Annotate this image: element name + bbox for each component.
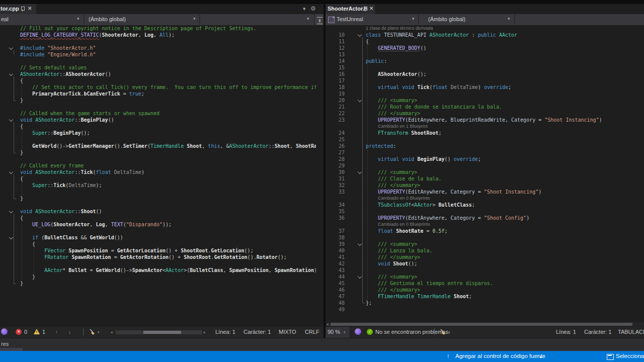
next-issue-icon[interactable]: ↓	[68, 329, 71, 335]
fold-gutter[interactable]	[0, 117, 20, 123]
code-cleanup-icon[interactable]	[89, 328, 96, 335]
tab-bar-right: ShooterActor.h ✕	[326, 4, 644, 14]
scroll-left-icon[interactable]: ◂	[111, 330, 113, 334]
chevron-down-icon[interactable]: ▾	[77, 16, 79, 21]
zoom-control[interactable]: 90 % ▾	[326, 327, 350, 338]
fold-collapse-icon[interactable]	[9, 46, 13, 50]
fold-gutter[interactable]	[0, 45, 20, 51]
error-icon[interactable]: ✕	[16, 329, 22, 335]
line-number: 49	[326, 306, 345, 313]
divider	[514, 15, 515, 25]
fold-collapse-icon[interactable]	[358, 33, 362, 37]
tab-bar-left: tor.cpp ✕ ▾ ⚙	[0, 4, 324, 14]
line-number: 31	[326, 175, 345, 182]
errors-panel-tab[interactable]: res	[1, 341, 9, 347]
fold-gutter	[0, 58, 20, 64]
scope-dropdown[interactable]: (Ámbito global)	[89, 16, 126, 22]
fold-gutter	[0, 260, 20, 267]
fold-collapse-icon[interactable]	[9, 72, 13, 76]
fold-collapse-icon[interactable]	[358, 170, 362, 174]
fold-collapse-icon[interactable]	[358, 242, 362, 246]
line-number: 30	[326, 169, 345, 175]
code-editor-cpp[interactable]: // Fill out your copyright notice in the…	[0, 25, 316, 327]
code-text: FTimerHandle TimerHandle Shoot;	[366, 293, 472, 300]
project-dropdown[interactable]: eal	[1, 16, 9, 22]
prev-issue-icon[interactable]: ↑	[55, 329, 58, 335]
code-text: void AShooterActor::Shoot()	[20, 208, 102, 215]
fold-collapse-icon[interactable]	[358, 275, 362, 279]
code-line: {	[0, 215, 316, 221]
fold-gutter[interactable]	[0, 71, 20, 77]
cpp-project-icon	[328, 17, 335, 23]
chevron-down-icon[interactable]: ▾	[448, 330, 450, 334]
codelens-indicator[interactable]: 1 clase de plano técnico derivada	[366, 25, 433, 32]
code-text: }	[20, 149, 23, 156]
codelens-indicator[interactable]: Cambiado en 0 Blueprints	[366, 195, 430, 202]
chevron-down-icon[interactable]: ▾	[193, 16, 196, 21]
fold-collapse-icon[interactable]	[9, 118, 13, 122]
fold-collapse-icon[interactable]	[9, 170, 13, 174]
fold-collapse-icon[interactable]	[358, 98, 362, 102]
pin-icon[interactable]	[363, 7, 367, 12]
scope-dropdown[interactable]: (Ámbito global)	[428, 16, 465, 22]
file-list-dropdown-icon[interactable]: ▾	[303, 6, 306, 12]
split-window-handle[interactable]: ▲▼	[314, 14, 324, 25]
chevron-down-icon[interactable]: ▾	[307, 16, 309, 21]
code-line: FRotator SpawnRotation = GetActorRotatio…	[0, 254, 316, 260]
error-count[interactable]: 0	[24, 329, 27, 335]
chevron-down-icon[interactable]: ▾	[98, 330, 100, 334]
select-repository-button[interactable]: Seleccionar repositorio	[616, 353, 644, 359]
fold-gutter[interactable]	[0, 169, 20, 175]
fold-gutter	[0, 215, 20, 221]
scrollbar-thumb[interactable]	[143, 331, 181, 334]
fold-collapse-icon[interactable]	[9, 209, 13, 213]
add-source-control-button[interactable]: Agregar al control de código fuente	[455, 353, 545, 359]
code-line: 46 /// </summary>	[326, 287, 644, 293]
fold-gutter	[0, 64, 20, 71]
codelens-indicator[interactable]: Cambiado en 0 Blueprints	[366, 221, 430, 228]
copilot-icon[interactable]	[355, 328, 361, 335]
pin-icon[interactable]	[21, 7, 24, 12]
warning-count[interactable]: 1	[42, 329, 45, 335]
code-text: if (BulletClass && GetWorld())	[20, 234, 123, 241]
code-line	[0, 202, 316, 208]
tab-shooteractor-cpp[interactable]: tor.cpp ✕	[0, 4, 36, 14]
fold-gutter[interactable]	[0, 208, 20, 215]
scroll-right-icon[interactable]: ▸	[204, 330, 206, 334]
scrollbar-thumb[interactable]	[331, 323, 632, 326]
copilot-icon[interactable]	[1, 328, 8, 335]
codelens-line: Cambiado en 0 Blueprints	[326, 195, 644, 202]
tab-title: ShooterActor.h	[328, 6, 367, 12]
code-text: };	[366, 300, 372, 306]
code-line: {	[0, 175, 316, 182]
fold-gutter	[0, 136, 20, 143]
code-line: 27	[326, 149, 644, 156]
gear-icon[interactable]: ⚙	[310, 5, 316, 12]
fold-collapse-icon[interactable]	[9, 235, 13, 239]
warning-mark: !	[34, 330, 40, 334]
close-icon[interactable]: ✕	[369, 6, 373, 11]
code-text: /// </summary>	[366, 287, 420, 293]
code-editor-header[interactable]: 1 clase de plano técnico derivada10class…	[326, 25, 644, 322]
close-icon[interactable]: ✕	[28, 6, 32, 11]
code-line: 48};	[326, 300, 644, 306]
code-line: 26protected:	[326, 143, 644, 149]
horizontal-scrollbar[interactable]: ◂	[326, 322, 644, 326]
caret-up-icon[interactable]: ▴	[540, 354, 542, 359]
chevron-down-icon[interactable]: ▾	[508, 16, 510, 21]
fold-gutter[interactable]	[0, 234, 20, 241]
problems-status[interactable]: No se encontraron problemas.	[375, 329, 450, 335]
fold-gutter	[0, 195, 20, 202]
codelens-line: Cambiado en 1 Blueprint	[326, 123, 644, 130]
codelens-indicator[interactable]: Cambiado en 1 Blueprint	[366, 123, 428, 130]
tab-shooteractor-h[interactable]: ShooterActor.h ✕	[326, 4, 375, 14]
fold-line	[14, 50, 16, 55]
scroll-left-icon[interactable]: ◂	[327, 322, 329, 326]
code-text: /// Lanza la bala.	[366, 247, 432, 254]
fold-gutter	[0, 25, 20, 32]
chevron-down-icon[interactable]: ▾	[412, 16, 415, 21]
editor-status-strip-right: 90 % ▾ ✓ No se encontraron problemas. ▾ …	[326, 327, 644, 338]
code-line	[0, 189, 316, 195]
code-cleanup-icon[interactable]	[439, 328, 446, 335]
project-dropdown[interactable]: TestUnreal	[337, 16, 363, 22]
